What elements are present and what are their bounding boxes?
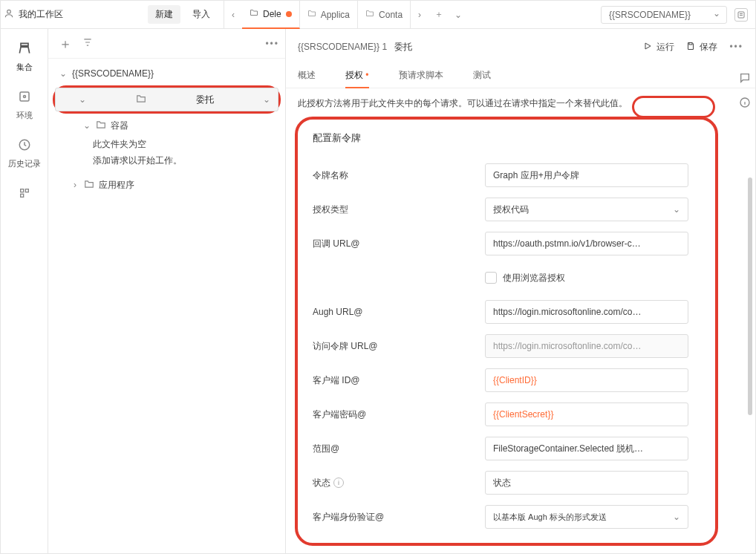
folder-icon — [96, 120, 106, 132]
save-button[interactable]: 保存 — [686, 41, 717, 53]
history-icon — [14, 134, 35, 155]
grid-icon — [14, 183, 35, 203]
tab-prerequest[interactable]: 预请求脚本 — [399, 69, 443, 88]
label-token-name: 令牌名称 — [313, 169, 476, 182]
tabs-prev[interactable]: ‹ — [224, 1, 242, 29]
file-tab-label: Conta — [379, 10, 403, 20]
save-icon — [686, 42, 695, 53]
help-icon[interactable]: i — [333, 478, 344, 488]
folder-icon — [250, 8, 258, 19]
content-more-button[interactable]: ••• — [729, 42, 743, 52]
label-client-id: 客户端 ID@ — [313, 374, 476, 387]
select-grant-type[interactable]: 授权代码 — [485, 198, 688, 221]
label-use-browser: 使用浏览器授权 — [503, 272, 565, 284]
label-client-secret: 客户端密码@ — [313, 408, 476, 421]
folder-icon — [84, 179, 94, 192]
input-auth-url[interactable] — [485, 300, 688, 324]
chevron-right-icon: › — [71, 180, 79, 190]
file-tab-label: Applica — [321, 10, 350, 20]
collections-icon — [14, 38, 35, 59]
label-scope: 范围@ — [313, 443, 476, 455]
folder-icon — [307, 9, 316, 20]
svg-point-0 — [7, 10, 11, 13]
svg-point-3 — [23, 96, 25, 98]
tree-more-button[interactable]: ••• — [265, 39, 279, 49]
chevron-down-icon: ⌄ — [78, 94, 87, 105]
label-state: 状态 i — [313, 477, 476, 489]
import-button[interactable]: 导入 — [186, 5, 216, 24]
svg-rect-2 — [20, 92, 29, 101]
file-tab-2[interactable]: Conta — [358, 1, 411, 29]
panel-heading: 配置新令牌 — [313, 131, 688, 145]
folder-icon — [136, 94, 146, 106]
svg-marker-8 — [645, 43, 651, 49]
configure-token-panel: 配置新令牌 令牌名称 授权类型 授权代码 回调 URL@ — [295, 117, 718, 546]
tree-add-button[interactable]: ＋ — [54, 35, 76, 53]
input-access-token-url[interactable] — [485, 334, 688, 358]
play-icon — [643, 42, 652, 53]
input-token-name[interactable] — [485, 163, 688, 187]
input-client-id[interactable] — [485, 368, 688, 392]
new-tab-button[interactable]: ＋ — [428, 8, 449, 21]
tree-filter-icon[interactable] — [82, 37, 93, 50]
tabs-next[interactable]: › — [411, 1, 428, 29]
nav-collections[interactable]: 集合 — [14, 35, 35, 76]
folder-icon — [365, 9, 374, 20]
file-tab-1[interactable]: Applica — [300, 1, 358, 29]
environment-quicklook-icon[interactable] — [734, 8, 748, 22]
input-state[interactable] — [485, 471, 688, 495]
modified-dot: • — [363, 70, 369, 80]
breadcrumb-current: 委托 — [394, 41, 412, 53]
checkbox-browser-auth[interactable] — [485, 272, 497, 284]
tabs-menu[interactable]: ⌄ — [449, 1, 467, 29]
environment-name: {{SRSCODENAME}} — [609, 10, 691, 20]
user-icon — [4, 8, 14, 21]
label-client-auth: 客户端身份验证@ — [313, 511, 476, 524]
tree-node-root[interactable]: ⌄ {{SRSCODENAME}} — [48, 63, 285, 84]
tree-node-container[interactable]: ⌄ 容器 — [48, 115, 285, 136]
modified-indicator-icon — [286, 11, 292, 17]
auth-notice: 此授权方法将用于此文件夹中的每个请求。可以通过在请求中指定一个来替代此值。 — [286, 88, 702, 114]
svg-rect-5 — [20, 189, 23, 192]
label-grant-type: 授权类型 — [313, 203, 476, 216]
nav-more[interactable] — [14, 180, 35, 206]
breadcrumb-root[interactable]: {{SRSCODENAME}} 1 — [298, 42, 387, 52]
file-tab-0[interactable]: Dele — [242, 1, 300, 29]
info-icon[interactable] — [739, 97, 751, 111]
nav-history[interactable]: 历史记录 — [8, 131, 41, 172]
svg-rect-9 — [689, 42, 692, 45]
new-button[interactable]: 新建 — [148, 5, 180, 24]
tree-node-app[interactable]: › 应用程序 — [48, 175, 285, 195]
run-button[interactable]: 运行 — [643, 41, 674, 53]
tab-tests[interactable]: 测试 — [473, 69, 491, 88]
environment-selector[interactable]: {{SRSCODENAME}} — [601, 6, 727, 24]
environments-icon — [14, 86, 35, 107]
tree-empty-line1: 此文件夹为空 — [48, 136, 285, 152]
input-client-secret[interactable] — [485, 403, 688, 426]
comments-icon[interactable] — [739, 72, 751, 86]
tree-empty-line2: 添加请求以开始工作。 — [48, 152, 285, 169]
chevron-down-icon: ⌄ — [82, 120, 91, 131]
workspace-name[interactable]: 我的工作区 — [19, 8, 63, 21]
tree-node-delegated[interactable]: ⌄ 委托 — [55, 88, 278, 111]
tab-authorization[interactable]: 授权 • — [345, 69, 369, 88]
input-callback-url[interactable] — [485, 232, 688, 255]
file-tab-label: Dele — [263, 9, 281, 19]
label-auth-url: Augh URL@ — [313, 307, 476, 317]
svg-rect-7 — [20, 194, 23, 197]
label-access-token-url: 访问令牌 URL@ — [313, 340, 476, 353]
tab-overview[interactable]: 概述 — [298, 69, 316, 88]
label-callback-url: 回调 URL@ — [313, 238, 476, 250]
chevron-down-icon: ⌄ — [59, 68, 68, 79]
input-scope[interactable] — [485, 437, 688, 460]
svg-rect-6 — [25, 189, 28, 192]
nav-environments[interactable]: 环境 — [14, 83, 35, 124]
select-client-auth[interactable]: 以基本版 Augh 标头的形式发送 — [485, 505, 688, 529]
